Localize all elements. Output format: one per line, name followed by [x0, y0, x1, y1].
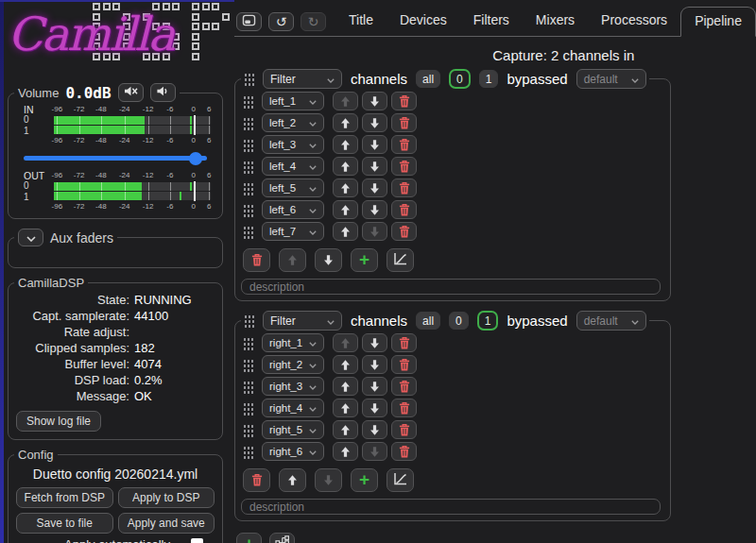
- delete-step-button[interactable]: [391, 113, 417, 132]
- tab-mixers[interactable]: Mixers: [523, 7, 588, 36]
- tab-pipeline[interactable]: Pipeline: [680, 7, 756, 37]
- plot-filters-button[interactable]: [387, 248, 414, 272]
- move-step-down-button[interactable]: [362, 420, 387, 439]
- tab-title[interactable]: Title: [335, 7, 387, 36]
- filter-name-select[interactable]: left_2: [262, 113, 324, 132]
- volume-button[interactable]: [150, 83, 176, 102]
- step-type-select[interactable]: Filter: [263, 311, 342, 331]
- move-step-down-button[interactable]: [362, 442, 387, 461]
- channel-button-all[interactable]: all: [416, 312, 440, 330]
- drag-handle-icon[interactable]: [244, 72, 254, 86]
- move-step-up-button[interactable]: [333, 377, 358, 396]
- filter-name-select[interactable]: left_4: [262, 157, 324, 176]
- filter-name-select[interactable]: right_2: [262, 355, 324, 374]
- move-step-up-button[interactable]: [333, 222, 358, 241]
- filter-name-select[interactable]: right_1: [262, 333, 324, 352]
- drag-handle-icon[interactable]: [244, 314, 254, 328]
- add-pipeline-step-button[interactable]: +: [236, 533, 262, 543]
- move-step-up-button[interactable]: [333, 442, 358, 461]
- move-block-up-button[interactable]: [279, 248, 306, 272]
- delete-step-button[interactable]: [391, 355, 417, 374]
- tab-processors[interactable]: Processors: [588, 7, 680, 36]
- description-input[interactable]: [241, 279, 661, 295]
- channel-button-0[interactable]: 0: [449, 69, 471, 89]
- drag-handle-icon[interactable]: [243, 423, 253, 437]
- filter-name-select[interactable]: left_3: [262, 135, 324, 154]
- move-step-up-button[interactable]: [333, 135, 358, 154]
- filter-name-select[interactable]: left_6: [262, 200, 324, 219]
- delete-step-button[interactable]: [391, 92, 417, 110]
- description-input[interactable]: [241, 499, 661, 515]
- bypassed-select[interactable]: default: [576, 69, 646, 89]
- bypassed-select[interactable]: default: [576, 311, 646, 331]
- volume-slider-track[interactable]: [24, 156, 207, 161]
- delete-step-button[interactable]: [391, 420, 417, 439]
- move-step-down-button[interactable]: [362, 200, 387, 219]
- move-step-down-button[interactable]: [362, 333, 387, 352]
- drag-handle-icon[interactable]: [243, 138, 253, 152]
- move-step-up-button[interactable]: [333, 355, 358, 374]
- filter-name-select[interactable]: right_3: [262, 377, 324, 396]
- move-step-down-button[interactable]: [362, 399, 387, 417]
- move-step-down-button[interactable]: [362, 355, 387, 374]
- drag-handle-icon[interactable]: [243, 181, 253, 195]
- channel-button-1[interactable]: 1: [477, 311, 499, 331]
- filter-name-select[interactable]: left_5: [262, 178, 324, 197]
- delete-step-button[interactable]: [391, 333, 417, 352]
- move-block-down-button[interactable]: [315, 468, 342, 492]
- volume-slider[interactable]: [24, 151, 207, 165]
- move-step-up-button[interactable]: [333, 399, 358, 417]
- apply-automatically-checkbox[interactable]: [191, 538, 203, 543]
- drag-handle-icon[interactable]: [243, 358, 253, 372]
- filter-name-select[interactable]: left_1: [262, 92, 324, 110]
- filter-name-select[interactable]: right_4: [262, 399, 324, 417]
- show-log-button[interactable]: Show log file: [16, 411, 101, 432]
- move-step-up-button[interactable]: [333, 157, 358, 176]
- drag-handle-icon[interactable]: [243, 225, 253, 239]
- drag-handle-icon[interactable]: [243, 380, 253, 394]
- plot-filters-button[interactable]: [387, 468, 414, 492]
- delete-step-button[interactable]: [391, 178, 417, 197]
- move-block-down-button[interactable]: [315, 248, 342, 272]
- move-step-down-button[interactable]: [362, 92, 387, 110]
- move-step-up-button[interactable]: [333, 200, 358, 219]
- save-to-file-button[interactable]: Save to file: [16, 513, 113, 534]
- undo-button[interactable]: ↺: [268, 12, 294, 31]
- delete-step-button[interactable]: [391, 399, 417, 417]
- filter-name-select[interactable]: right_6: [262, 442, 324, 461]
- move-step-down-button[interactable]: [362, 135, 387, 154]
- move-step-down-button[interactable]: [362, 222, 387, 241]
- add-filter-button[interactable]: +: [351, 248, 378, 272]
- move-step-up-button[interactable]: [333, 92, 358, 110]
- drag-handle-icon[interactable]: [243, 401, 253, 416]
- delete-step-button[interactable]: [391, 377, 417, 396]
- channel-button-1[interactable]: 1: [479, 70, 499, 88]
- delete-block-button[interactable]: [243, 468, 270, 492]
- volume-slider-knob[interactable]: [189, 152, 202, 165]
- compact-view-button[interactable]: [236, 12, 262, 31]
- move-step-down-button[interactable]: [362, 157, 387, 176]
- filter-name-select[interactable]: right_5: [262, 420, 324, 439]
- drag-handle-icon[interactable]: [243, 160, 253, 174]
- filter-name-select[interactable]: left_7: [262, 222, 324, 241]
- move-step-down-button[interactable]: [362, 178, 387, 197]
- add-filter-button[interactable]: +: [351, 468, 378, 492]
- delete-block-button[interactable]: [243, 248, 270, 272]
- drag-handle-icon[interactable]: [243, 445, 253, 459]
- tab-devices[interactable]: Devices: [387, 7, 460, 36]
- fetch-from-dsp-button[interactable]: Fetch from DSP: [16, 487, 113, 508]
- delete-step-button[interactable]: [391, 200, 417, 219]
- move-step-down-button[interactable]: [362, 377, 387, 396]
- move-step-down-button[interactable]: [362, 113, 387, 132]
- aux-expand-button[interactable]: [18, 229, 43, 246]
- apply-and-save-button[interactable]: Apply and save: [118, 513, 215, 534]
- mute-button[interactable]: [118, 83, 144, 102]
- redo-button[interactable]: ↻: [301, 12, 326, 31]
- move-step-up-button[interactable]: [333, 333, 358, 352]
- move-step-up-button[interactable]: [333, 113, 358, 132]
- move-step-up-button[interactable]: [333, 178, 358, 197]
- drag-handle-icon[interactable]: [243, 203, 253, 217]
- apply-to-dsp-button[interactable]: Apply to DSP: [118, 487, 215, 508]
- channel-button-0[interactable]: 0: [449, 312, 469, 330]
- pipeline-plot-button[interactable]: [269, 533, 295, 543]
